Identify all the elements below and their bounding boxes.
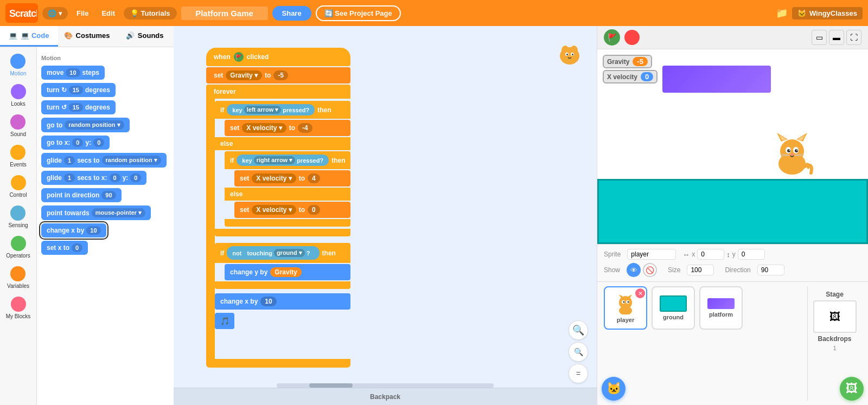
hat-block[interactable]: when 🚩 clicked xyxy=(206,48,350,66)
cat-motion[interactable]: Motion xyxy=(8,52,28,79)
cat-sound-label: Sound xyxy=(10,131,26,137)
sound-block[interactable]: 🎵 xyxy=(215,313,234,329)
set-xvel-4-block[interactable]: set X velocity ▾ to 4 xyxy=(234,170,350,187)
ground-dropdown[interactable]: ground ▾ xyxy=(274,249,305,257)
point-towards-block[interactable]: point towards mouse-pointer ▾ xyxy=(41,205,151,220)
left-arrow-dropdown[interactable]: left arrow ▾ xyxy=(244,106,282,114)
direction-input[interactable] xyxy=(757,265,784,275)
code-area[interactable]: when 🚩 clicked set Gravity ▾ to -5 forev… xyxy=(174,26,597,405)
cat-control[interactable]: Control xyxy=(7,173,29,200)
move-block[interactable]: move 10 steps xyxy=(41,66,105,80)
sprite-item-player[interactable]: ✕ player xyxy=(604,286,647,330)
set-x-block[interactable]: set x to 0 xyxy=(41,241,88,255)
tab-costumes[interactable]: 🎨 Costumes xyxy=(58,26,116,47)
project-name-input[interactable] xyxy=(181,7,268,20)
zoom-reset-button[interactable]: = xyxy=(569,364,588,383)
turn-ccw-block[interactable]: turn ↺ 15 degrees xyxy=(41,100,116,114)
stage-thumbnail[interactable]: 🖼 xyxy=(813,300,857,333)
fullscreen-btn[interactable]: ⛶ xyxy=(846,30,861,45)
block-move[interactable]: move 10 steps xyxy=(41,66,169,80)
hide-eye-button[interactable]: 🚫 xyxy=(643,263,657,277)
block-glide-to[interactable]: glide 1 secs to random position ▾ xyxy=(41,153,169,168)
set-gravity-text: set xyxy=(214,72,223,79)
tab-sounds[interactable]: 🔊 Sounds xyxy=(116,26,174,47)
gravity-monitor: Gravity -5 xyxy=(603,55,652,68)
user-badge[interactable]: 🐱 WingyClasses xyxy=(792,7,863,20)
add-sprite-button[interactable]: 🐱 xyxy=(602,377,626,401)
cat-variables[interactable]: Variables xyxy=(5,264,31,291)
glide-to-dropdown[interactable]: random position ▾ xyxy=(102,156,161,165)
zoom-out-button[interactable]: 🔍 xyxy=(569,342,588,362)
goto-xy-block[interactable]: go to x: 0 y: 0 xyxy=(41,136,110,150)
tutorials-button[interactable]: 💡 Tutorials xyxy=(124,7,177,20)
set-gravity-block[interactable]: set Gravity ▾ to -5 xyxy=(206,67,350,83)
stage-section-label: Stage xyxy=(826,291,844,298)
cat-looks[interactable]: Looks xyxy=(9,82,28,109)
xvel-0-val[interactable]: 0 xyxy=(308,205,320,215)
show-eye-button[interactable]: 👁 xyxy=(627,263,641,277)
block-point-dir[interactable]: point in direction 90 xyxy=(41,188,169,202)
block-glide-xy[interactable]: glide 1 secs to x: 0 y: 0 xyxy=(41,171,169,185)
right-arrow-dropdown[interactable]: right arrow ▾ xyxy=(254,156,296,164)
sprite-name-input[interactable] xyxy=(627,249,676,260)
block-change-x[interactable]: change x by 10 xyxy=(41,223,169,237)
y-input[interactable] xyxy=(738,249,765,260)
globe-button[interactable]: 🌐 ▾ xyxy=(42,7,68,20)
glide-to-block[interactable]: glide 1 secs to random position ▾ xyxy=(41,153,167,168)
set-xvel-neg4-block[interactable]: set X velocity ▾ to -4 xyxy=(225,120,350,136)
backpack-bar[interactable]: Backpack xyxy=(174,388,597,405)
cat-sensing[interactable]: Sensing xyxy=(6,203,30,230)
folder-icon-button[interactable]: 📁 xyxy=(776,7,788,19)
xvel-4-val[interactable]: 4 xyxy=(308,173,320,183)
sprite-item-ground[interactable]: ground xyxy=(652,286,695,330)
cat-sound[interactable]: Sound xyxy=(8,112,28,139)
forever-block-top[interactable]: forever xyxy=(206,85,350,99)
block-goto[interactable]: go to random position ▾ xyxy=(41,118,169,132)
share-button[interactable]: Share xyxy=(272,6,311,21)
small-stage-btn[interactable]: ▭ xyxy=(812,30,827,45)
xvel-neg4-val[interactable]: -4 xyxy=(298,123,312,133)
edit-menu[interactable]: Edit xyxy=(97,7,119,20)
size-input[interactable] xyxy=(687,265,714,275)
gap1 xyxy=(215,237,350,242)
stage-controls: 🚩 ▭ ▬ ⛶ xyxy=(597,26,868,49)
file-menu[interactable]: File xyxy=(72,7,93,20)
large-stage-btn[interactable]: ▬ xyxy=(829,30,844,45)
glide-xy-block[interactable]: glide 1 secs to x: 0 y: 0 xyxy=(41,171,146,185)
block-set-x[interactable]: set x to 0 xyxy=(41,241,169,255)
block-turn-ccw[interactable]: turn ↺ 15 degrees xyxy=(41,100,169,114)
green-flag-button[interactable]: 🚩 xyxy=(604,29,620,46)
add-backdrop-button[interactable]: 🖼 xyxy=(840,377,864,401)
change-x-xvel-block[interactable]: change x by 10 xyxy=(215,293,350,310)
if-right-top[interactable]: if key right arrow ▾ pressed? then xyxy=(225,151,350,169)
set-xvel-0-block[interactable]: set X velocity ▾ to 0 xyxy=(234,202,350,218)
block-turn-cw[interactable]: turn ↻ 15 degrees xyxy=(41,83,169,97)
gravity-val-pill[interactable]: -5 xyxy=(273,70,288,80)
not-touching-bool: not touching ground ▾ ? xyxy=(227,246,319,260)
sprite-item-platform[interactable]: platform xyxy=(699,286,743,330)
change-x-block[interactable]: change x by 10 xyxy=(41,223,106,237)
point-dir-block[interactable]: point in direction 90 xyxy=(41,188,122,202)
sprite-delete-player[interactable]: ✕ xyxy=(635,288,645,298)
if-left-top[interactable]: if key left arrow ▾ pressed? then xyxy=(215,101,350,119)
cat-operators[interactable]: Operators xyxy=(4,234,32,261)
turn-cw-block[interactable]: turn ↻ 15 degrees xyxy=(41,83,116,97)
goto-dropdown[interactable]: random position ▾ xyxy=(65,120,124,130)
goto-block[interactable]: go to random position ▾ xyxy=(41,118,130,132)
block-goto-xy[interactable]: go to x: 0 y: 0 xyxy=(41,136,169,150)
block-point-towards[interactable]: point towards mouse-pointer ▾ xyxy=(41,205,169,220)
cat-myblocks[interactable]: My Blocks xyxy=(4,294,33,322)
point-towards-dropdown[interactable]: mouse-pointer ▾ xyxy=(92,208,145,217)
if-not-touching-top[interactable]: if not touching ground ▾ ? then xyxy=(215,243,350,263)
horizontal-scrollbar[interactable] xyxy=(277,383,494,388)
x-input[interactable] xyxy=(697,249,724,260)
cat-events[interactable]: Events xyxy=(8,143,29,170)
zoom-in-button[interactable]: 🔍 xyxy=(569,320,588,340)
change-y-gravity-block[interactable]: change y by Gravity xyxy=(225,264,350,280)
top-bar: Scratch 🌐 ▾ File Edit 💡 Tutorials Share … xyxy=(0,0,868,26)
stop-button[interactable] xyxy=(624,30,640,45)
size-label: Size xyxy=(668,266,680,274)
tab-code[interactable]: 💻 💻 Code xyxy=(0,26,58,47)
see-project-button[interactable]: 🔄 See Project Page xyxy=(316,5,401,21)
user-avatar-icon: 🐱 xyxy=(797,9,806,17)
